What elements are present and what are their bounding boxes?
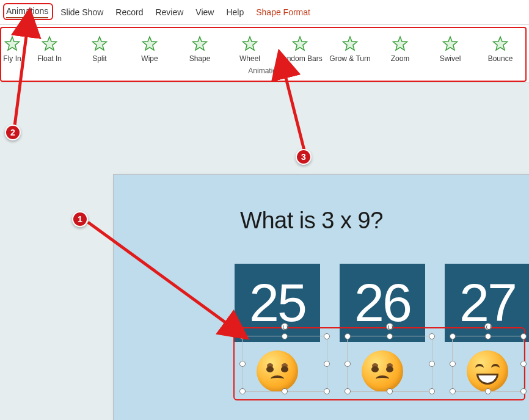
tab-slide-show[interactable]: Slide Show	[60, 7, 103, 17]
animation-random-bars[interactable]: Random Bars	[275, 26, 325, 63]
slide-canvas[interactable]: What is 3 x 9? 25 26 27	[114, 175, 529, 420]
animation-swivel[interactable]: Swivel	[425, 26, 475, 63]
tab-view[interactable]: View	[195, 7, 214, 17]
star-icon	[191, 35, 208, 54]
slide-title-text[interactable]: What is 3 x 9?	[114, 208, 509, 234]
callout-marker-2: 2	[5, 125, 21, 140]
animation-label: Bounce	[488, 54, 513, 63]
animation-shape[interactable]: Shape	[175, 26, 225, 63]
star-icon	[91, 35, 108, 54]
tab-record[interactable]: Record	[115, 7, 143, 17]
animation-label: Swivel	[440, 54, 461, 63]
animation-label: Grow & Turn	[329, 54, 370, 63]
tab-animations[interactable]: Animations	[6, 6, 48, 18]
star-icon	[41, 35, 58, 54]
animation-float-in[interactable]: Float In	[24, 26, 75, 63]
answer-tile-1[interactable]: 25	[235, 264, 320, 342]
grin-emoji-icon	[467, 350, 508, 392]
animation-label: Zoom	[391, 54, 410, 63]
animation-label: Wipe	[141, 54, 158, 63]
animation-label: Shape	[189, 54, 211, 63]
animation-label: Fly In	[3, 54, 21, 63]
animation-ribbon: Fly InFloat InSplitWipeShapeWheelRandom …	[0, 24, 529, 82]
animation-bounce[interactable]: Bounce	[475, 26, 525, 63]
animation-fly-in[interactable]: Fly In	[0, 26, 24, 63]
star-icon	[291, 35, 308, 54]
animation-wipe[interactable]: Wipe	[125, 26, 175, 63]
star-icon	[4, 35, 21, 54]
emoji-cell-1[interactable]	[235, 350, 320, 399]
emoji-row	[235, 350, 529, 399]
animation-zoom[interactable]: Zoom	[375, 26, 425, 63]
star-icon	[392, 35, 409, 54]
animation-label: Split	[92, 54, 106, 63]
callout-marker-3: 3	[296, 149, 312, 165]
unamused-emoji-icon	[257, 350, 298, 392]
star-icon	[141, 35, 158, 54]
tab-shape-format[interactable]: Shape Format	[256, 7, 310, 17]
animation-wheel[interactable]: Wheel	[225, 26, 275, 63]
ribbon-group-label: Animation	[0, 67, 529, 75]
answer-tile-3[interactable]: 27	[445, 264, 529, 342]
answer-row: 25 26 27	[235, 264, 529, 342]
emoji-cell-3[interactable]	[445, 350, 529, 399]
animation-grow-turn[interactable]: Grow & Turn	[325, 26, 375, 63]
animation-label: Float In	[37, 54, 62, 63]
animation-label: Random Bars	[277, 54, 322, 63]
animation-split[interactable]: Split	[75, 26, 125, 63]
unamused-emoji-icon	[362, 350, 403, 392]
star-icon	[341, 35, 359, 54]
answer-tile-2[interactable]: 26	[340, 264, 425, 342]
star-icon	[442, 35, 459, 54]
tab-help[interactable]: Help	[226, 7, 244, 17]
ribbon-tab-bar: Animations Slide Show Record Review View…	[0, 0, 529, 24]
tab-review[interactable]: Review	[155, 7, 183, 17]
callout-marker-1: 1	[72, 211, 88, 227]
animation-label: Wheel	[239, 54, 260, 63]
star-icon	[241, 35, 258, 54]
star-icon	[492, 35, 509, 54]
emoji-cell-2[interactable]	[340, 350, 425, 399]
